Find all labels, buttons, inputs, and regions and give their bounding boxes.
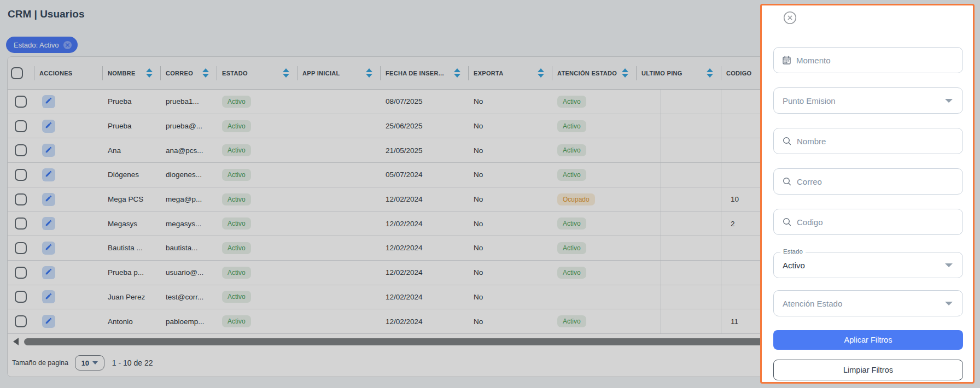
momento-date-field[interactable] (773, 47, 963, 73)
filter-panel: Punto Emision Estado Activo (760, 4, 975, 384)
punto-emision-placeholder: Punto Emision (783, 96, 836, 105)
punto-emision-select[interactable]: Punto Emision (773, 87, 963, 114)
chevron-down-icon (945, 302, 953, 305)
search-icon (783, 137, 791, 145)
estado-select-value: Activo (783, 261, 805, 270)
search-icon (783, 177, 791, 186)
atencion-estado-placeholder: Atención Estado (783, 299, 842, 308)
calendar-icon (783, 56, 791, 64)
apply-filters-button[interactable]: Aplicar Filtros (773, 330, 963, 350)
chevron-down-icon (945, 99, 953, 103)
momento-input[interactable] (796, 56, 957, 65)
nombre-input[interactable] (797, 137, 957, 146)
correo-search-field[interactable] (773, 168, 963, 195)
clear-filters-button[interactable]: Limpiar Filtros (773, 360, 963, 380)
close-filter-panel-button[interactable] (783, 11, 797, 25)
search-icon (783, 217, 791, 226)
atencion-estado-select[interactable]: Atención Estado (773, 290, 963, 316)
codigo-search-field[interactable] (773, 209, 963, 235)
codigo-input[interactable] (797, 217, 957, 227)
chevron-down-icon (945, 263, 953, 267)
estado-select-label: Estado (780, 248, 806, 255)
app-window: CRM | Usuarios Estado: Activo ACCIONESNO… (0, 0, 980, 388)
nombre-search-field[interactable] (773, 128, 963, 154)
estado-select[interactable]: Estado Activo (773, 252, 963, 278)
correo-input[interactable] (797, 177, 957, 186)
